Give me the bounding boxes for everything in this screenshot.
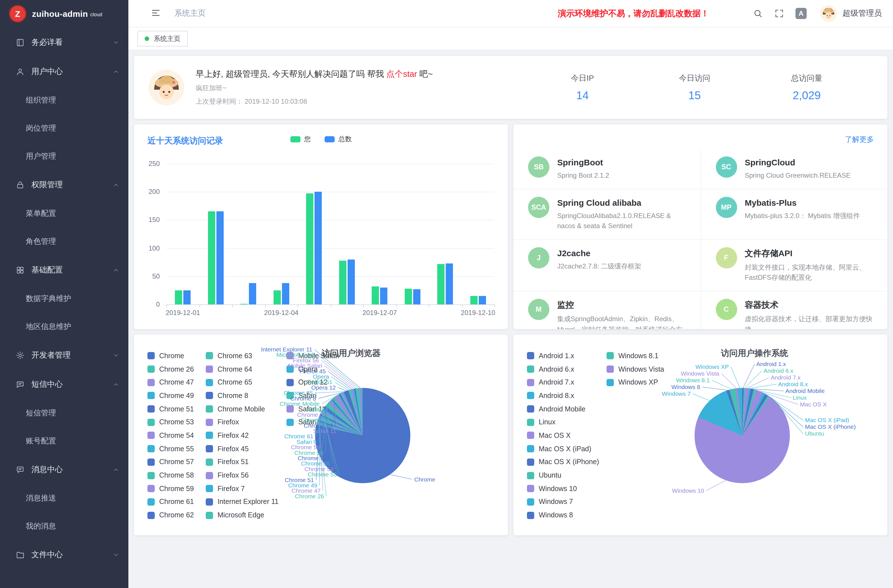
legend-item[interactable]: Windows 7 bbox=[527, 495, 607, 508]
app-logo[interactable]: Z zuihou-admin cloud bbox=[0, 0, 128, 27]
legend-item[interactable]: Opera bbox=[286, 362, 359, 376]
sidebar-item-1-0[interactable]: 组织管理 bbox=[0, 86, 128, 114]
legend-item[interactable]: Chrome 64 bbox=[206, 362, 286, 376]
legend-item[interactable]: Android Mobile bbox=[527, 403, 607, 416]
greeting-text-post: 吧~ bbox=[417, 69, 433, 78]
sidebar-group-0[interactable]: 务必详看 bbox=[0, 28, 128, 57]
legend-label: Android 7.x bbox=[539, 378, 574, 386]
font-size-icon[interactable]: A bbox=[795, 8, 807, 19]
legend-item[interactable]: Chrome 58 bbox=[147, 469, 206, 482]
legend-item[interactable]: Internet Explorer 11 bbox=[206, 495, 286, 508]
legend-item[interactable]: Chrome 8 bbox=[206, 389, 286, 402]
breadcrumb[interactable]: 系统主页 bbox=[174, 8, 206, 18]
legend-item[interactable]: Firefox bbox=[206, 416, 286, 429]
legend-item[interactable]: Chrome 59 bbox=[147, 482, 206, 495]
search-icon[interactable] bbox=[753, 8, 763, 18]
pies-row: 访问用户浏览器 ChromeChrome 26Chrome 47Chrome 4… bbox=[134, 335, 887, 535]
legend-item[interactable]: Windows Vista bbox=[607, 362, 674, 376]
sidebar-item-1-2[interactable]: 用户管理 bbox=[0, 142, 128, 170]
legend-label: Windows 10 bbox=[539, 484, 577, 492]
legend-item[interactable]: Linux bbox=[527, 416, 607, 429]
legend-item[interactable]: Mac OS X (iPhone) bbox=[527, 456, 607, 469]
legend-item[interactable]: Chrome Mobile bbox=[206, 403, 286, 416]
legend-item[interactable]: Android 1.x bbox=[527, 349, 607, 362]
framework-badge: SCA bbox=[528, 197, 549, 218]
sidebar-group-label: 开发者管理 bbox=[32, 350, 113, 361]
sidebar-item-2-0[interactable]: 菜单配置 bbox=[0, 200, 128, 227]
legend-item[interactable]: Mac OS X (iPad) bbox=[527, 442, 607, 456]
user-avatar bbox=[149, 69, 185, 105]
legend-item-0[interactable]: 您 bbox=[290, 135, 311, 144]
sidebar-group-4[interactable]: 开发者管理 bbox=[0, 341, 128, 370]
legend-item[interactable]: Chrome 61 bbox=[147, 495, 206, 508]
legend-item[interactable]: Opera 12 bbox=[286, 376, 359, 389]
legend-item[interactable]: Chrome 65 bbox=[206, 376, 286, 389]
legend-item[interactable]: Ubuntu bbox=[527, 469, 607, 482]
legend-item[interactable]: Windows XP bbox=[607, 376, 674, 389]
framework-badge: MP bbox=[716, 197, 737, 218]
legend-item-1[interactable]: 总数 bbox=[324, 135, 352, 144]
legend-item[interactable]: Chrome 47 bbox=[147, 376, 206, 389]
legend-item[interactable]: Chrome 57 bbox=[147, 456, 206, 469]
legend-item[interactable]: Firefox 42 bbox=[206, 429, 286, 442]
legend-marker bbox=[206, 405, 213, 412]
legend-item[interactable]: Chrome 63 bbox=[206, 349, 286, 362]
legend-marker bbox=[147, 445, 155, 452]
fullscreen-icon[interactable] bbox=[774, 8, 784, 18]
sidebar-group-label: 权限管理 bbox=[32, 180, 113, 190]
legend-label: Firefox 45 bbox=[218, 445, 249, 453]
username[interactable]: 超级管理员 bbox=[843, 8, 882, 18]
pie-callout-label: Windows XP bbox=[695, 364, 729, 370]
legend-item[interactable]: Firefox 56 bbox=[206, 469, 286, 482]
legend-label: Opera 12 bbox=[298, 378, 328, 386]
bar-您-2019-12-08 bbox=[405, 289, 412, 304]
menu-fold-icon[interactable] bbox=[151, 8, 162, 19]
legend-item[interactable]: Chrome 55 bbox=[147, 442, 206, 456]
legend-item[interactable]: Chrome 51 bbox=[147, 403, 206, 416]
sidebar-item-3-0[interactable]: 数据字典维护 bbox=[0, 285, 128, 313]
legend-item[interactable]: Windows 8.1 bbox=[607, 349, 674, 362]
bar-legend: 您总数 bbox=[134, 135, 508, 144]
legend-label: Firefox 42 bbox=[218, 432, 249, 439]
legend-item[interactable]: Chrome 54 bbox=[147, 429, 206, 442]
sidebar-item-5-1[interactable]: 账号配置 bbox=[0, 427, 128, 455]
sidebar-item-5-0[interactable]: 短信管理 bbox=[0, 399, 128, 427]
sidebar-item-6-1[interactable]: 我的消息 bbox=[0, 512, 128, 540]
tab-label: 系统主页 bbox=[153, 34, 180, 44]
legend-marker bbox=[286, 352, 294, 359]
legend-item[interactable]: Windows 10 bbox=[527, 482, 607, 495]
tab-home[interactable]: 系统主页 bbox=[137, 31, 188, 47]
sidebar-item-1-1[interactable]: 岗位管理 bbox=[0, 114, 128, 142]
legend-item[interactable]: Windows 8 bbox=[527, 509, 607, 522]
legend-item[interactable]: Firefox 51 bbox=[206, 456, 286, 469]
legend-item[interactable]: Chrome 53 bbox=[147, 416, 206, 429]
x-axis-tickmark bbox=[396, 304, 397, 307]
sidebar-group-3[interactable]: 基础配置 bbox=[0, 256, 128, 285]
legend-item[interactable]: Android 6.x bbox=[527, 362, 607, 376]
legend-item[interactable]: Mac OS X bbox=[527, 429, 607, 442]
legend-item[interactable]: Chrome 26 bbox=[147, 362, 206, 376]
star-link[interactable]: 点个star bbox=[386, 69, 417, 78]
legend-marker bbox=[206, 459, 213, 466]
browser-pie[interactable] bbox=[315, 388, 410, 483]
os-pie[interactable] bbox=[695, 388, 790, 483]
sidebar-item-6-0[interactable]: 消息推送 bbox=[0, 484, 128, 512]
sidebar-group-5[interactable]: 短信中心 bbox=[0, 370, 128, 399]
avatar[interactable] bbox=[820, 5, 837, 22]
legend-item[interactable]: Android 7.x bbox=[527, 376, 607, 389]
sidebar-group-1[interactable]: 用户中心 bbox=[0, 57, 128, 86]
legend-item[interactable]: Android 8.x bbox=[527, 389, 607, 402]
sidebar-item-2-1[interactable]: 角色管理 bbox=[0, 227, 128, 256]
legend-item[interactable]: Firefox 7 bbox=[206, 482, 286, 495]
sidebar-item-3-1[interactable]: 地区信息维护 bbox=[0, 313, 128, 341]
legend-item[interactable]: Chrome 62 bbox=[147, 509, 206, 522]
sidebar-group-7[interactable]: 文件中心 bbox=[0, 540, 128, 570]
last-login-time: 2019-12-10 10:03:08 bbox=[245, 97, 307, 105]
sidebar-group-6[interactable]: 消息中心 bbox=[0, 455, 128, 484]
legend-item[interactable]: Chrome 49 bbox=[147, 389, 206, 402]
legend-item[interactable]: Microsoft Edge bbox=[206, 509, 286, 522]
sidebar-group-2[interactable]: 权限管理 bbox=[0, 170, 128, 200]
legend-item[interactable]: Chrome bbox=[147, 349, 206, 362]
learn-more-link[interactable]: 了解更多 bbox=[845, 135, 874, 144]
legend-item[interactable]: Firefox 45 bbox=[206, 442, 286, 456]
